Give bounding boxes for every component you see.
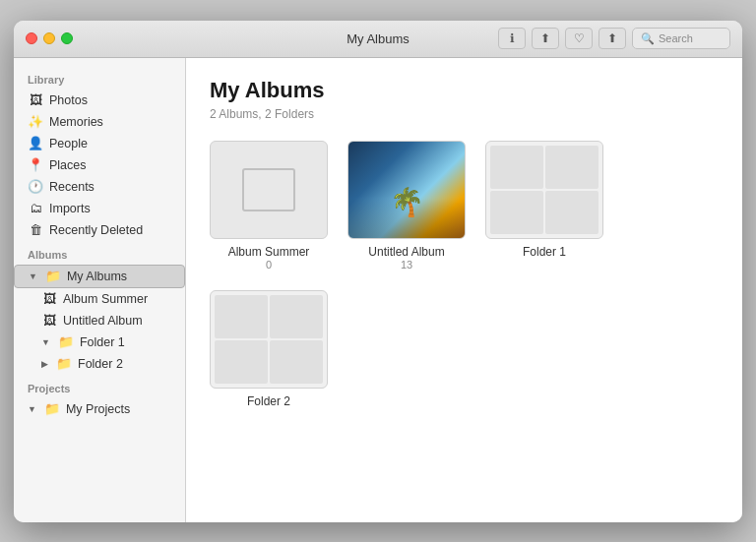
album-grid: Album Summer 0 🌴 Untitled Album 13 → xyxy=(210,141,719,408)
album-item-folder2[interactable]: Folder 2 xyxy=(210,290,328,408)
search-icon: 🔍 xyxy=(641,32,655,45)
untitled-album-icon: 🖼 xyxy=(41,313,57,329)
my-albums-chevron: ▼ xyxy=(29,271,37,281)
sidebar-label-places: Places xyxy=(49,158,87,172)
album-thumb-summer xyxy=(210,141,328,239)
titlebar-controls: ℹ ⬆ ♡ ⬆ 🔍 Search xyxy=(498,28,730,49)
page-title: My Albums xyxy=(210,78,719,103)
sidebar-item-my-projects[interactable]: ▼ 📁 My Projects xyxy=(14,398,185,420)
sidebar-label-album-summer: Album Summer xyxy=(63,292,148,306)
folder2-cell-4 xyxy=(270,340,323,384)
places-icon: 📍 xyxy=(28,157,43,173)
albums-section-label: Albums xyxy=(14,241,185,265)
recents-icon: 🕐 xyxy=(28,179,43,195)
sidebar-label-photos: Photos xyxy=(49,93,88,107)
my-projects-icon: 📁 xyxy=(44,401,60,417)
my-projects-chevron: ▼ xyxy=(28,404,36,414)
folder-cell-3 xyxy=(490,191,543,234)
folder2-cell-3 xyxy=(215,340,268,384)
album-item-untitled-wrapper: 🌴 Untitled Album 13 → xyxy=(347,141,466,271)
close-button[interactable] xyxy=(26,32,37,44)
sidebar-label-untitled-album: Untitled Album xyxy=(63,314,143,328)
album-item-summer[interactable]: Album Summer 0 xyxy=(210,141,328,271)
sidebar-item-memories[interactable]: ✨ Memories xyxy=(14,111,185,133)
sidebar-label-folder-2: Folder 2 xyxy=(78,357,123,371)
traffic-lights xyxy=(26,32,73,44)
album-name-untitled: Untitled Album xyxy=(368,245,444,259)
folder-cell-4 xyxy=(545,191,598,234)
search-placeholder: Search xyxy=(659,32,693,44)
upload-button[interactable]: ⬆ xyxy=(598,28,626,49)
sidebar-item-recents[interactable]: 🕐 Recents xyxy=(14,176,185,198)
sidebar-label-people: People xyxy=(49,137,88,151)
palm-tree-icon: 🌴 xyxy=(390,186,424,218)
album-thumb-untitled: 🌴 xyxy=(347,141,466,239)
sidebar: Library 🖼 Photos ✨ Memories 👤 People 📍 P… xyxy=(14,58,186,522)
sidebar-item-photos[interactable]: 🖼 Photos xyxy=(14,90,185,111)
library-section-label: Library xyxy=(14,66,185,90)
sidebar-item-people[interactable]: 👤 People xyxy=(14,133,185,154)
folder2-chevron: ▶ xyxy=(41,359,48,369)
sidebar-item-album-summer[interactable]: 🖼 Album Summer xyxy=(14,288,185,310)
album-item-untitled[interactable]: 🌴 Untitled Album 13 xyxy=(347,141,466,271)
sidebar-item-folder-1[interactable]: ▼ 📁 Folder 1 xyxy=(14,331,185,353)
album-count-untitled: 13 xyxy=(401,259,412,271)
photos-icon: 🖼 xyxy=(28,92,43,108)
folder2-icon: 📁 xyxy=(56,356,72,372)
sidebar-label-recently-deleted: Recently Deleted xyxy=(49,223,143,237)
info-button[interactable]: ℹ xyxy=(498,28,526,49)
folder2-cell-2 xyxy=(270,295,323,338)
window-title: My Albums xyxy=(346,31,410,46)
people-icon: 👤 xyxy=(28,136,43,151)
sidebar-label-my-projects: My Projects xyxy=(66,402,130,416)
folder2-cell-1 xyxy=(215,295,268,338)
memories-icon: ✨ xyxy=(28,114,43,130)
folder1-chevron: ▼ xyxy=(41,337,50,347)
share-button[interactable]: ⬆ xyxy=(532,28,559,49)
sidebar-label-recents: Recents xyxy=(49,180,94,194)
album-count-summer: 0 xyxy=(266,259,272,271)
folder1-icon: 📁 xyxy=(58,334,74,350)
sidebar-label-memories: Memories xyxy=(49,115,103,129)
sidebar-item-my-albums[interactable]: ▼ 📁 My Albums xyxy=(14,265,185,288)
folder-cell-2 xyxy=(545,146,598,189)
album-name-summer: Album Summer xyxy=(228,245,310,259)
projects-section-label: Projects xyxy=(14,375,185,398)
album-name-folder1: Folder 1 xyxy=(523,245,566,259)
sidebar-item-imports[interactable]: 🗂 Imports xyxy=(14,198,185,219)
sidebar-label-my-albums: My Albums xyxy=(67,270,127,283)
trash-icon: 🗑 xyxy=(28,222,43,238)
imports-icon: 🗂 xyxy=(28,201,43,216)
album-name-folder2: Folder 2 xyxy=(247,394,290,408)
favorite-button[interactable]: ♡ xyxy=(565,28,593,49)
content-area: My Albums 2 Albums, 2 Folders Album Summ… xyxy=(186,58,742,522)
app-window: My Albums ℹ ⬆ ♡ ⬆ 🔍 Search Library 🖼 Pho… xyxy=(14,21,742,522)
sidebar-item-places[interactable]: 📍 Places xyxy=(14,154,185,176)
sidebar-label-imports: Imports xyxy=(49,202,91,215)
sidebar-item-untitled-album[interactable]: 🖼 Untitled Album xyxy=(14,310,185,331)
sidebar-label-folder-1: Folder 1 xyxy=(80,335,125,349)
sidebar-item-recently-deleted[interactable]: 🗑 Recently Deleted xyxy=(14,219,185,241)
titlebar: My Albums ℹ ⬆ ♡ ⬆ 🔍 Search xyxy=(14,21,742,58)
album-summer-icon: 🖼 xyxy=(41,291,57,307)
my-albums-icon: 📁 xyxy=(45,269,61,284)
page-subtitle: 2 Albums, 2 Folders xyxy=(210,107,719,121)
album-thumb-folder1 xyxy=(485,141,603,239)
search-box[interactable]: 🔍 Search xyxy=(632,28,730,49)
folder-cell-1 xyxy=(490,146,543,189)
maximize-button[interactable] xyxy=(61,32,73,44)
minimize-button[interactable] xyxy=(43,32,55,44)
album-thumb-folder2 xyxy=(210,290,328,389)
main-content: Library 🖼 Photos ✨ Memories 👤 People 📍 P… xyxy=(14,58,742,522)
sidebar-item-folder-2[interactable]: ▶ 📁 Folder 2 xyxy=(14,353,185,375)
album-item-folder1[interactable]: Folder 1 xyxy=(485,141,603,271)
